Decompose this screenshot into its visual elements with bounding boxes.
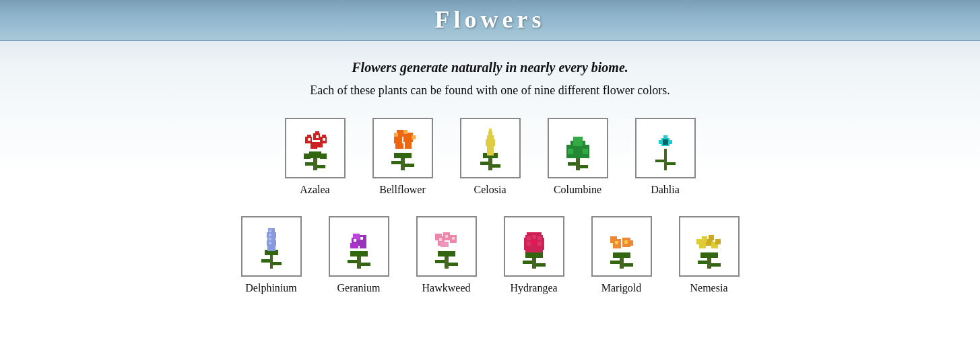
flower-item-bellflower: Bellflower (366, 118, 440, 196)
flower-name-dahlia: Dahlia (651, 184, 680, 196)
svg-rect-36 (488, 131, 492, 137)
svg-rect-48 (655, 160, 664, 162)
svg-rect-116 (711, 263, 721, 267)
title-bar: Flowers (0, 0, 980, 41)
svg-rect-12 (311, 142, 317, 149)
svg-rect-106 (624, 263, 633, 267)
flower-box-azalea[interactable] (285, 118, 346, 178)
flower-item-marigold: Marigold (585, 216, 659, 294)
flowers-row-1: Azalea Bellflower (27, 118, 953, 196)
svg-rect-54 (663, 139, 668, 145)
svg-rect-19 (405, 164, 414, 167)
flower-name-delphinium: Delphinium (245, 282, 296, 294)
flower-box-hydrangea[interactable] (504, 216, 564, 277)
svg-rect-119 (696, 239, 702, 244)
flower-box-marigold[interactable] (591, 216, 652, 277)
flower-item-dahlia: Dahlia (628, 118, 703, 196)
svg-rect-65 (269, 234, 271, 236)
svg-rect-47 (664, 149, 667, 170)
svg-rect-80 (435, 260, 445, 263)
svg-rect-117 (700, 252, 718, 258)
svg-rect-92 (523, 261, 532, 264)
flower-item-azalea: Azalea (278, 118, 352, 196)
svg-rect-76 (350, 243, 358, 248)
flower-name-hydrangea: Hydrangea (510, 282, 557, 294)
svg-rect-87 (440, 242, 449, 247)
svg-rect-57 (273, 262, 282, 265)
svg-rect-112 (615, 241, 618, 244)
svg-rect-124 (709, 235, 714, 240)
flower-item-columbine: Columbine (541, 118, 615, 196)
svg-rect-44 (573, 137, 583, 146)
svg-rect-40 (580, 165, 588, 168)
svg-rect-24 (405, 142, 412, 149)
flower-box-celosia[interactable] (460, 118, 521, 178)
svg-rect-56 (261, 259, 270, 263)
svg-rect-30 (480, 162, 488, 165)
svg-rect-63 (267, 244, 275, 251)
svg-rect-82 (438, 251, 455, 256)
flower-item-geranium: Geranium (322, 216, 396, 294)
subtitle-normal: Each of these plants can be found with o… (27, 83, 953, 98)
svg-rect-105 (610, 261, 620, 264)
svg-rect-18 (391, 161, 401, 164)
svg-rect-25 (395, 143, 403, 149)
flower-name-nemesia: Nemesia (690, 282, 728, 294)
flower-name-bellflower: Bellflower (379, 184, 425, 196)
svg-rect-98 (527, 236, 531, 240)
flower-box-geranium[interactable] (329, 216, 389, 277)
flower-item-hawkweed: Hawkweed (410, 216, 484, 294)
svg-rect-102 (532, 240, 536, 244)
svg-rect-64 (269, 230, 271, 232)
svg-rect-75 (360, 242, 366, 248)
flower-name-marigold: Marigold (601, 282, 642, 294)
svg-rect-123 (702, 236, 707, 242)
svg-rect-66 (269, 238, 271, 240)
svg-rect-20 (394, 153, 412, 158)
svg-rect-14 (308, 138, 311, 141)
svg-rect-88 (439, 238, 442, 241)
flower-name-columbine: Columbine (554, 184, 601, 196)
svg-rect-5 (309, 151, 321, 158)
flower-box-columbine[interactable] (548, 118, 608, 178)
svg-rect-52 (659, 140, 663, 144)
flower-item-nemesia: Nemesia (672, 216, 746, 294)
svg-rect-71 (350, 251, 368, 256)
flower-item-celosia: Celosia (453, 118, 527, 196)
svg-rect-115 (698, 261, 707, 264)
flower-box-dahlia[interactable] (635, 118, 696, 178)
svg-rect-103 (537, 242, 542, 246)
svg-rect-46 (583, 149, 588, 154)
svg-rect-16 (323, 138, 325, 141)
flower-box-delphinium[interactable] (241, 216, 302, 277)
svg-rect-45 (568, 149, 573, 154)
svg-rect-101 (527, 242, 531, 246)
svg-rect-111 (628, 240, 633, 246)
flower-box-hawkweed[interactable] (416, 216, 477, 277)
svg-rect-81 (449, 263, 458, 266)
svg-rect-93 (536, 263, 546, 267)
subtitle-bold: Flowers generate naturally in nearly eve… (27, 60, 953, 75)
page-title: Flowers (435, 6, 546, 33)
flower-box-bellflower[interactable] (372, 118, 433, 178)
svg-rect-122 (715, 239, 721, 244)
flower-name-hawkweed: Hawkweed (422, 282, 471, 294)
svg-rect-89 (445, 235, 448, 238)
svg-rect-113 (624, 240, 628, 244)
svg-rect-15 (316, 135, 319, 138)
svg-rect-9 (315, 131, 319, 135)
svg-rect-28 (412, 135, 416, 139)
flower-item-hydrangea: Hydrangea (497, 216, 571, 294)
svg-rect-70 (361, 263, 370, 266)
flower-box-nemesia[interactable] (679, 216, 740, 277)
svg-rect-31 (492, 164, 500, 168)
svg-rect-2 (317, 165, 325, 168)
svg-rect-99 (532, 235, 536, 239)
svg-rect-53 (668, 140, 672, 144)
flower-name-geranium: Geranium (337, 282, 381, 294)
flower-item-delphinium: Delphinium (234, 216, 308, 294)
svg-rect-13 (317, 142, 323, 147)
content-area: Flowers generate naturally in nearly eve… (0, 41, 980, 328)
svg-rect-107 (613, 252, 630, 258)
svg-rect-26 (394, 133, 398, 137)
